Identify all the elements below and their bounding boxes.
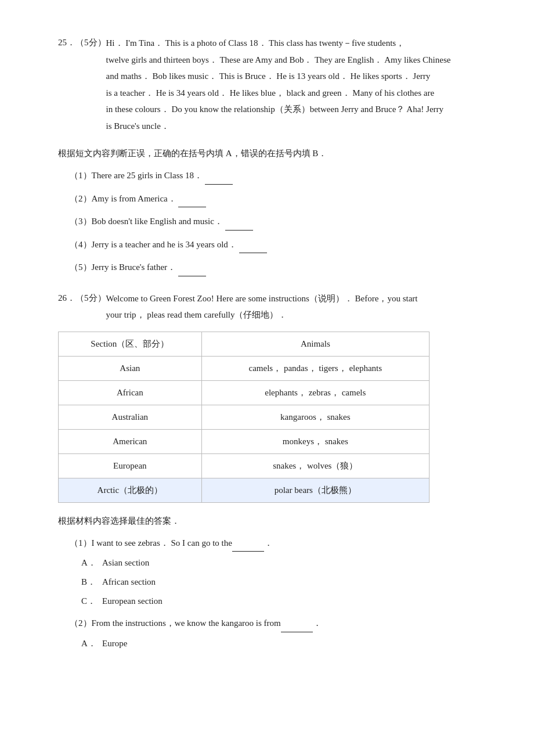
table-cell-animals: monkeys， snakes <box>201 429 429 453</box>
q25-sub5: （5）Jerry is Bruce's father． <box>70 259 488 276</box>
q25-sub3: （3）Bob doesn't like English and music． <box>70 213 488 231</box>
q25-instruction: 根据短文内容判断正误，正确的在括号内填 A，错误的在括号内填 B． <box>58 146 488 161</box>
q26-blank-2[interactable] <box>281 615 313 632</box>
q25-line-6: is Bruce's uncle． <box>106 121 169 131</box>
q25-line-1: Hi． I'm Tina． This is a photo of Class 1… <box>106 38 405 48</box>
table-cell-section: Asian <box>59 356 202 380</box>
q25-line-2: twelve girls and thirteen boys． These ar… <box>106 55 451 64</box>
q26-instruction2: 根据材料内容选择最佳的答案． <box>58 513 488 529</box>
q26-blank-1[interactable] <box>232 535 264 552</box>
q25-passage: Hi． I'm Tina． This is a photo of Class 1… <box>106 35 451 134</box>
table-row: Europeansnakes， wolves（狼） <box>59 453 430 478</box>
q25-blank-4[interactable] <box>239 236 267 254</box>
table-row: Americanmonkeys， snakes <box>59 429 430 453</box>
q25-line-4: is a teacher． He is 34 years old． He lik… <box>106 88 435 98</box>
q25-blank-2[interactable] <box>178 190 206 208</box>
q25-line-5: in these colours． Do you know the relati… <box>106 105 444 114</box>
q26-sub1: （1）I want to see zebras． So I can go to … <box>70 535 488 552</box>
q25-sub4: （4）Jerry is a teacher and he is 34 years… <box>70 236 488 254</box>
q26-sub1-option-b[interactable]: B． African section <box>81 574 488 590</box>
table-cell-section: European <box>59 453 202 478</box>
table-cell-animals: kangaroos， snakes <box>201 405 429 429</box>
table-row: Australiankangaroos， snakes <box>59 405 430 429</box>
table-cell-animals: polar bears（北极熊） <box>201 478 429 502</box>
q26-sub2-option-a[interactable]: A． Europe <box>81 636 488 651</box>
q25-sub1: （1）There are 25 girls in Class 18． <box>70 167 488 185</box>
question-25: 25．（5分） Hi． I'm Tina． This is a photo of… <box>58 35 488 276</box>
q26-number: 26．（5分） <box>58 290 106 306</box>
q25-line-3: and maths． Bob likes music． This is Bruc… <box>106 71 431 81</box>
zoo-table: Section（区、部分） Animals Asiancamels， panda… <box>58 332 430 503</box>
question-26: 26．（5分） Welcome to Green Forest Zoo! Her… <box>58 290 488 651</box>
table-row: Africanelephants， zebras， camels <box>59 380 430 405</box>
q25-number: 25．（5分） <box>58 35 106 51</box>
table-cell-animals: camels， pandas， tigers， elephants <box>201 356 429 380</box>
table-cell-section: Arctic（北极的） <box>59 478 202 502</box>
table-row: Asiancamels， pandas， tigers， elephants <box>59 356 430 380</box>
q25-blank-5[interactable] <box>178 259 206 276</box>
table-cell-section: African <box>59 380 202 405</box>
table-cell-section: Australian <box>59 405 202 429</box>
q26-sub2: （2）From the instructions，we know the kan… <box>70 615 488 632</box>
table-cell-animals: elephants， zebras， camels <box>201 380 429 405</box>
q25-blank-3[interactable] <box>225 213 253 231</box>
col-section: Section（区、部分） <box>59 332 202 356</box>
table-row: Arctic（北极的）polar bears（北极熊） <box>59 478 430 502</box>
table-header-row: Section（区、部分） Animals <box>59 332 430 356</box>
q26-intro: Welcome to Green Forest Zoo! Here are so… <box>106 290 418 323</box>
table-cell-animals: snakes， wolves（狼） <box>201 453 429 478</box>
table-cell-section: American <box>59 429 202 453</box>
q25-blank-1[interactable] <box>205 167 233 185</box>
col-animals: Animals <box>201 332 429 356</box>
q25-sub2: （2）Amy is from America． <box>70 190 488 208</box>
q26-sub1-option-a[interactable]: A． Asian section <box>81 555 488 571</box>
q26-sub1-option-c[interactable]: C． European section <box>81 593 488 609</box>
